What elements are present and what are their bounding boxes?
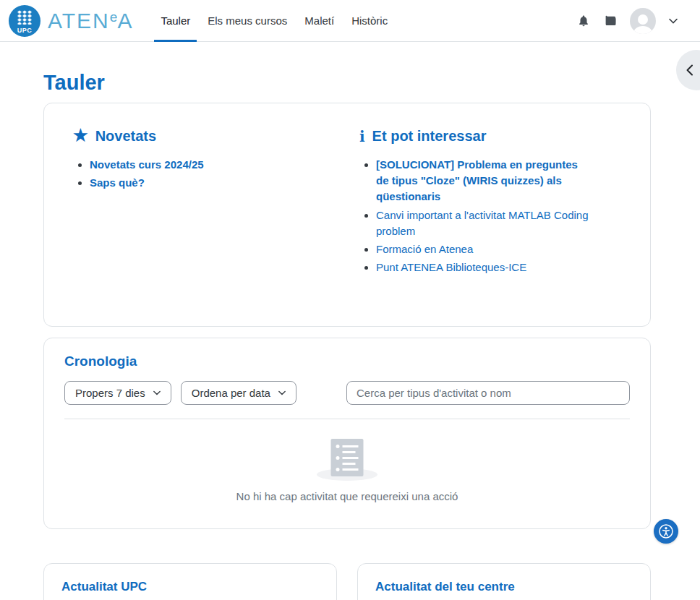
activity-search-input[interactable] — [346, 381, 630, 405]
upc-logo-text: UPC — [9, 27, 40, 34]
list-item: Novetats curs 2024/25 — [90, 157, 307, 173]
day-filter-label: Propers 7 dies — [75, 387, 145, 399]
actualitat-centre-card: Actualitat del teu centre — [357, 563, 651, 600]
novetats-heading: ★ Novetats — [73, 128, 335, 145]
novetats-block: ★ Novetats Novetats curs 2024/25 Saps qu… — [73, 128, 335, 278]
timeline-card: Cronologia Propers 7 dies Ordena per dat… — [43, 338, 651, 529]
novetats-title: Novetats — [95, 128, 156, 145]
actualitat-upc-title: Actualitat UPC — [61, 580, 319, 594]
chevron-down-icon — [278, 390, 286, 395]
nav-tab-els-meus-cursos[interactable]: Els meus cursos — [199, 0, 296, 41]
day-filter-dropdown[interactable]: Propers 7 dies — [64, 381, 171, 405]
header-actions — [576, 0, 700, 41]
avatar[interactable] — [630, 8, 656, 34]
chevron-left-icon — [686, 64, 693, 76]
bell-icon[interactable] — [576, 14, 591, 28]
sort-filter-label: Ordena per data — [192, 387, 270, 399]
timeline-empty-state: No hi ha cap activitat que requereixi un… — [64, 434, 630, 502]
sort-filter-dropdown[interactable]: Ordena per data — [181, 381, 296, 405]
list-item: Punt ATENEA Biblioteques-ICE — [376, 260, 593, 275]
star-icon: ★ — [73, 127, 88, 144]
divider — [64, 419, 630, 419]
info-icon: i — [359, 129, 365, 144]
page-title: Tauler — [43, 71, 651, 95]
interest-link-2[interactable]: Canvi important a l'activitat MATLAB Cod… — [376, 209, 589, 237]
novetats-list: Novetats curs 2024/25 Saps què? — [73, 157, 335, 191]
accessibility-button[interactable] — [654, 519, 678, 544]
top-navbar: UPC ATENeA Tauler Els meus cursos Maletí… — [0, 0, 700, 42]
chat-icon[interactable] — [603, 14, 618, 28]
interest-link-1[interactable]: [SOLUCIONAT] Problema en preguntes de ti… — [376, 158, 578, 202]
novetats-link-1[interactable]: Novetats curs 2024/25 — [90, 158, 204, 171]
list-item: Formació en Atenea — [376, 241, 593, 257]
nav-tab-maleti[interactable]: Maletí — [296, 0, 343, 41]
timeline-controls: Propers 7 dies Ordena per data — [64, 381, 630, 405]
news-cards-row: Actualitat UPC Actualitat del teu centre — [43, 563, 651, 600]
upc-logo-dots — [17, 10, 33, 25]
main-content: Tauler ★ Novetats Novetats curs 2024/25 … — [0, 71, 700, 600]
interest-heading: i Et pot interessar — [359, 128, 621, 145]
chevron-down-icon — [153, 390, 161, 395]
primary-nav: Tauler Els meus cursos Maletí Històric — [152, 0, 396, 41]
user-menu-chevron-down-icon[interactable] — [668, 14, 678, 28]
list-item: Canvi important a l'activitat MATLAB Cod… — [376, 207, 593, 239]
interest-list: [SOLUCIONAT] Problema en preguntes de ti… — [359, 157, 621, 275]
news-card: ★ Novetats Novetats curs 2024/25 Saps qu… — [43, 103, 651, 327]
list-item: [SOLUCIONAT] Problema en preguntes de ti… — [376, 157, 593, 205]
timeline-title: Cronologia — [64, 353, 630, 369]
interest-block: i Et pot interessar [SOLUCIONAT] Problem… — [359, 128, 621, 278]
actualitat-upc-card: Actualitat UPC — [43, 563, 337, 600]
accessibility-icon — [657, 523, 675, 540]
nav-tab-historic[interactable]: Històric — [343, 0, 396, 41]
novetats-link-2[interactable]: Saps què? — [90, 176, 145, 189]
actualitat-centre-title: Actualitat del teu centre — [375, 580, 633, 594]
atenea-wordmark: ATENeA — [48, 8, 133, 33]
interest-link-4[interactable]: Punt ATENEA Biblioteques-ICE — [376, 261, 526, 273]
interest-link-3[interactable]: Formació en Atenea — [376, 243, 473, 255]
nav-tab-tauler[interactable]: Tauler — [152, 0, 199, 41]
upc-logo-icon: UPC — [9, 5, 40, 37]
empty-activities-icon — [311, 434, 383, 481]
interest-title: Et pot interessar — [372, 128, 487, 145]
timeline-empty-text: No hi ha cap activitat que requereixi un… — [64, 490, 630, 502]
atenea-logo[interactable]: UPC ATENeA — [9, 0, 133, 41]
list-item: Saps què? — [90, 175, 307, 191]
